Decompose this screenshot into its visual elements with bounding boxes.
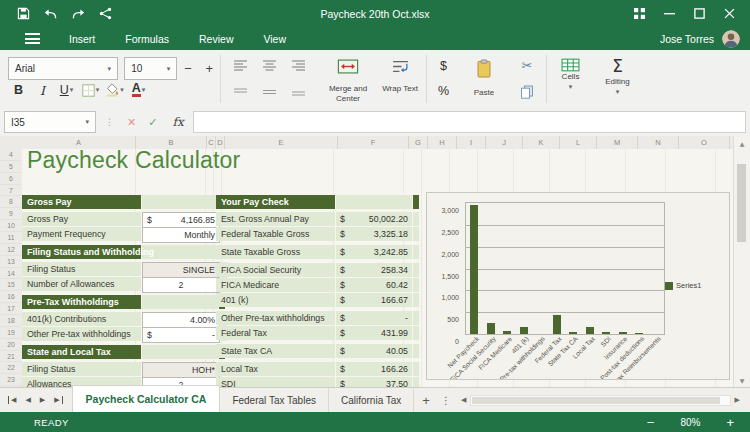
cell-value[interactable]: $3,242.85 [336,245,412,259]
italic-button[interactable]: I [32,80,53,100]
borders-button[interactable]: ▾ [80,80,101,100]
font-name-select[interactable]: Arial▾ [8,57,118,80]
vertical-scrollbar-thumb[interactable] [737,164,746,242]
menu-tab-formulas[interactable]: Formulas [125,33,169,45]
hamburger-menu-icon[interactable] [25,33,40,44]
select-all-corner[interactable] [0,136,23,150]
paste-button[interactable]: Paste [460,50,508,108]
menu-tab-insert[interactable]: Insert [69,33,95,45]
cell-value[interactable]: 4.00% [142,312,220,328]
cell-value[interactable]: $431.99 [336,326,412,340]
column-header-i[interactable]: I [457,136,486,149]
align-top-icon[interactable] [234,88,248,96]
editing-button[interactable]: Σ Editing ▾ [594,50,641,108]
row-header-11[interactable]: 11 [0,232,22,244]
row-header-17[interactable]: 17 [0,303,22,315]
cell-value[interactable]: $- [336,311,412,325]
undo-icon[interactable] [43,8,58,20]
chart-bar[interactable] [586,327,594,334]
decrease-font-button[interactable]: − [177,61,198,76]
name-box[interactable]: I35▾ [4,111,96,133]
menu-tab-review[interactable]: Review [199,33,233,45]
column-header-l[interactable]: L [560,136,597,149]
confirm-icon[interactable]: ✓ [148,116,157,129]
column-header-k[interactable]: K [523,136,560,149]
column-header-g[interactable]: G [409,136,428,149]
share-icon[interactable] [99,7,112,20]
font-size-select[interactable]: 10▾ [124,57,177,80]
align-right-icon[interactable] [292,60,306,71]
wrap-text-button[interactable]: Wrap Text [374,50,426,108]
more-sheets-icon[interactable]: ⋮ [438,395,454,406]
copy-icon[interactable] [519,85,535,99]
cut-icon[interactable]: ✂ [522,58,533,73]
cell-value[interactable]: SINGLE [142,262,220,278]
chart-bar[interactable] [520,327,528,334]
cell-value[interactable]: $258.34 [336,263,412,277]
cell-value[interactable]: $60.42 [336,278,412,292]
cell-value[interactable]: $166.26 [336,362,412,376]
sheet-grid[interactable]: Paycheck Calculator Gross PayGross Pay$4… [22,149,734,388]
cell-value[interactable]: HOH* [142,362,220,378]
cell-value[interactable]: $- [142,327,220,343]
column-header-m[interactable]: M [597,136,638,149]
column-header-n[interactable]: N [638,136,679,149]
fill-color-button[interactable]: ▾ [104,80,125,100]
column-header-b[interactable]: B [136,136,207,149]
row-header-16[interactable]: 16 [0,291,22,303]
row-header-8[interactable]: 8 [0,196,22,208]
avatar[interactable] [722,30,740,48]
row-header-21[interactable]: 21 [0,351,22,363]
align-bottom-icon[interactable] [292,88,306,96]
align-left-icon[interactable] [234,60,248,71]
cell-value[interactable]: $166.67 [336,293,412,307]
fullscreen-icon[interactable] [633,8,645,20]
vertical-scrollbar[interactable]: ▲ ▼ [733,136,750,388]
add-sheet-button[interactable]: + [414,393,438,408]
cells-button[interactable]: Cells ▾ [547,50,594,108]
zoom-out-button[interactable]: − [647,416,655,429]
cell-value[interactable]: $50,002.20 [336,212,412,226]
cell-value[interactable]: Monthly [142,227,220,243]
cell-value[interactable]: $40.05 [336,344,412,358]
column-header-a[interactable]: A [22,136,136,149]
previous-sheet-button[interactable]: ◀ [25,396,30,404]
last-sheet-button[interactable]: ▶ [54,396,62,404]
merge-and-center-button[interactable]: Merge and Center [322,50,374,108]
maximize-icon[interactable] [693,8,705,20]
row-header-19[interactable]: 19 [0,327,22,339]
formula-input[interactable] [193,111,746,133]
save-icon[interactable] [17,7,30,20]
percent-format-button[interactable]: % [438,84,449,98]
row-header-22[interactable]: 22 [0,362,22,374]
horizontal-scrollbar-thumb[interactable] [472,397,720,404]
paycheck-bar-chart[interactable]: 05001,0001,5002,0002,5003,000 Net Payche… [426,192,730,380]
column-header-f[interactable]: F [338,136,409,149]
align-middle-icon[interactable] [263,88,277,96]
row-header-20[interactable]: 20 [0,339,22,351]
zoom-in-button[interactable]: + [726,416,734,429]
cancel-icon[interactable]: ✕ [127,116,136,129]
cell-value[interactable]: 2 [142,277,220,293]
font-color-button[interactable]: A▾ [128,80,149,100]
row-header-6[interactable]: 6 [0,173,22,185]
chart-bar[interactable] [487,323,495,334]
row-header-4[interactable]: 4 [0,149,22,161]
zoom-level[interactable]: 80% [680,417,700,428]
increase-font-button[interactable]: + [199,61,220,76]
row-header-12[interactable]: 12 [0,244,22,256]
sheet-tab[interactable]: Paycheck Calculator CA [72,385,221,413]
row-header-15[interactable]: 15 [0,279,22,291]
row-header-18[interactable]: 18 [0,315,22,327]
underline-button[interactable]: U▾ [56,80,77,100]
cell-value[interactable]: $4,166.85 [142,212,220,228]
chart-bar[interactable] [553,315,561,334]
chart-bar[interactable] [470,205,478,334]
align-center-icon[interactable] [263,60,277,71]
scroll-down-icon[interactable]: ▼ [734,377,750,384]
fx-icon[interactable]: fx [172,115,183,129]
row-header-7[interactable]: 7 [0,185,22,197]
first-sheet-button[interactable]: ◀ [8,396,16,404]
row-header-14[interactable]: 14 [0,268,22,280]
sheet-tab[interactable]: California Tax [329,388,414,412]
